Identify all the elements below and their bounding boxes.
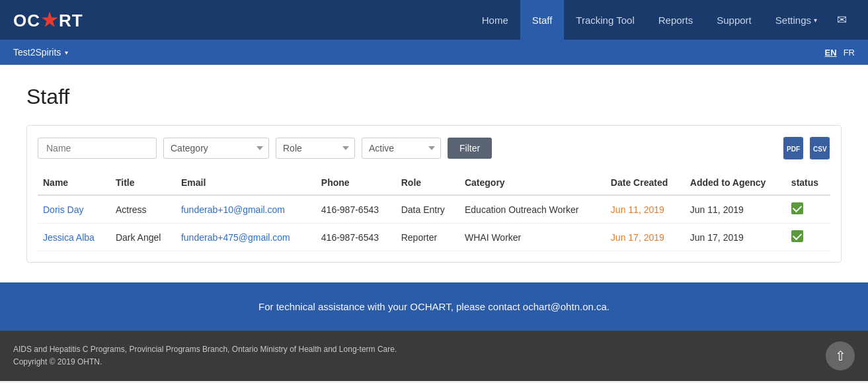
chevron-up-icon: ⇧ [835, 348, 846, 364]
username-label: Test2Spirits [13, 47, 61, 58]
language-switcher: EN FR [825, 48, 855, 58]
logo-suffix: RT [59, 11, 83, 30]
logo-star: ★ [41, 10, 58, 30]
staff-phone-1: 416-987-6543 [316, 224, 396, 251]
subbar: Test2Spirits ▾ EN FR [0, 40, 868, 65]
staff-date-created-1: Jun 17, 2019 [606, 224, 685, 251]
staff-name-0[interactable]: Doris Day [38, 195, 110, 224]
footer-line1: AIDS and Hepatitis C Programs, Provincia… [13, 343, 397, 356]
footer-copyright: AIDS and Hepatitis C Programs, Provincia… [13, 343, 397, 368]
staff-added-agency-1: Jun 17, 2019 [685, 224, 786, 251]
staff-status-0 [786, 195, 830, 224]
main-content: Staff Category Role Active Inactive All … [0, 65, 868, 282]
category-select[interactable]: Category [163, 138, 269, 159]
staff-email-0[interactable]: funderab+10@gmail.com [176, 195, 316, 224]
scroll-to-top-button[interactable]: ⇧ [826, 341, 855, 370]
filter-row: Category Role Active Inactive All Filter… [38, 136, 830, 160]
footer-info-text: For technical assistance with your OCHAR… [13, 301, 855, 312]
nav-home[interactable]: Home [470, 0, 520, 40]
table-header-row: Name Title Email Phone Role Category Dat… [38, 171, 830, 195]
footer-line2: Copyright © 2019 OHTN. [13, 356, 397, 368]
staff-date-created-0: Jun 11, 2019 [606, 195, 685, 224]
footer-bottom: AIDS and Hepatitis C Programs, Provincia… [0, 331, 868, 381]
col-status: status [786, 171, 830, 195]
filter-bar: Category Role Active Inactive All Filter… [26, 125, 842, 263]
user-menu[interactable]: Test2Spirits ▾ [13, 47, 68, 58]
status-select[interactable]: Active Inactive All [362, 138, 441, 159]
col-email: Email [176, 171, 316, 195]
user-dropdown-icon: ▾ [65, 49, 68, 56]
staff-table: Name Title Email Phone Role Category Dat… [38, 171, 830, 251]
csv-export-button[interactable]: CSV [809, 136, 830, 160]
status-active-icon [791, 202, 803, 214]
logo: OC★RT [13, 9, 83, 31]
table-row: Doris Day Actress funderab+10@gmail.com … [38, 195, 830, 224]
role-select[interactable]: Role [276, 138, 355, 159]
staff-title-0: Actress [110, 195, 176, 224]
export-icons: PDF CSV [783, 136, 830, 160]
col-role: Role [396, 171, 459, 195]
staff-category-1: WHAI Worker [459, 224, 606, 251]
staff-phone-0: 416-987-6543 [316, 195, 396, 224]
staff-title-1: Dark Angel [110, 224, 176, 251]
lang-fr[interactable]: FR [844, 48, 855, 58]
col-title: Title [110, 171, 176, 195]
col-category: Category [459, 171, 606, 195]
staff-added-agency-0: Jun 11, 2019 [685, 195, 786, 224]
logo-prefix: OC [13, 11, 40, 30]
navbar: OC★RT Home Staff Tracking Tool Reports S… [0, 0, 868, 40]
staff-name-1[interactable]: Jessica Alba [38, 224, 110, 251]
status-active-icon [791, 230, 803, 242]
table-row: Jessica Alba Dark Angel funderab+475@gma… [38, 224, 830, 251]
footer-info: For technical assistance with your OCHAR… [0, 282, 868, 331]
col-added-to-agency: Added to Agency [685, 171, 786, 195]
staff-category-0: Education Outreach Worker [459, 195, 606, 224]
col-name: Name [38, 171, 110, 195]
name-input[interactable] [38, 138, 157, 159]
filter-button[interactable]: Filter [448, 138, 492, 159]
staff-role-1: Reporter [396, 224, 459, 251]
pdf-export-button[interactable]: PDF [783, 136, 804, 160]
nav-tracking-tool[interactable]: Tracking Tool [564, 0, 646, 40]
lang-en[interactable]: EN [825, 48, 837, 58]
nav-support[interactable]: Support [705, 0, 764, 40]
svg-text:CSV: CSV [813, 146, 827, 153]
nav-links: Home Staff Tracking Tool Reports Support… [470, 0, 855, 40]
staff-status-1 [786, 224, 830, 251]
nav-settings[interactable]: Settings ▾ [764, 0, 829, 40]
staff-role-0: Data Entry [396, 195, 459, 224]
staff-email-1[interactable]: funderab+475@gmail.com [176, 224, 316, 251]
svg-text:PDF: PDF [787, 146, 800, 153]
page-title: Staff [26, 85, 842, 109]
col-phone: Phone [316, 171, 396, 195]
nav-reports[interactable]: Reports [647, 0, 705, 40]
chevron-down-icon: ▾ [814, 17, 817, 24]
nav-staff[interactable]: Staff [520, 0, 565, 40]
col-date-created: Date Created [606, 171, 685, 195]
mail-icon[interactable]: ✉ [829, 13, 855, 27]
